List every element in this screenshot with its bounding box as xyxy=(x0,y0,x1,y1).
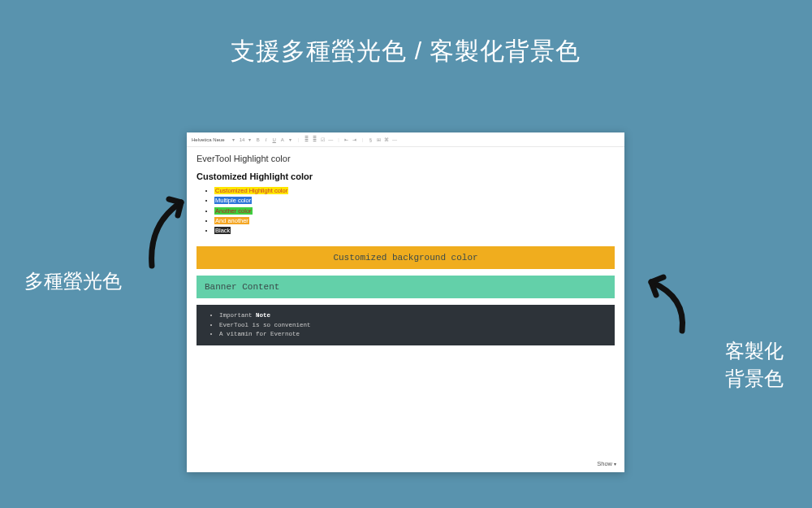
highlighted-text: Black xyxy=(214,227,231,234)
list-item: Important Note xyxy=(219,311,607,320)
dark-note-list: Important NoteEverTool is so convenientA… xyxy=(197,305,615,345)
banner-content: Banner Content xyxy=(197,276,615,298)
link-icon[interactable]: ⌘ xyxy=(384,132,389,147)
more-icon[interactable]: ⋯ xyxy=(392,132,397,147)
bold-icon[interactable]: B xyxy=(256,132,261,147)
show-label: Show xyxy=(597,460,612,467)
color-icon[interactable]: A xyxy=(280,132,285,147)
dropdown-icon[interactable]: ▾ xyxy=(248,132,253,147)
list-item: And another xyxy=(214,216,615,225)
hr-icon[interactable]: — xyxy=(328,132,333,147)
highlight-list: Customized Highlight colorMultiple color… xyxy=(197,186,615,235)
list-item: EverTool is so convenient xyxy=(219,321,607,330)
callout-right-line2: 背景色 xyxy=(725,367,784,389)
arrow-right-icon xyxy=(641,272,690,337)
chevron-down-icon: ▾ xyxy=(614,462,616,467)
outdent-icon[interactable]: ⇤ xyxy=(344,132,349,147)
list-item: Multiple color xyxy=(214,196,615,205)
callout-right-line1: 客製化 xyxy=(725,340,784,362)
font-selector[interactable]: Helvetica Neue xyxy=(192,132,225,147)
highlighted-text: Multiple color xyxy=(214,197,252,204)
banner-customized-bg: Customized background color xyxy=(197,246,615,269)
list-item: Black xyxy=(214,226,615,235)
dropdown-icon[interactable]: ▾ xyxy=(231,132,236,147)
table-icon[interactable]: ⊞ xyxy=(376,132,381,147)
editor-window: Helvetica Neue ▾ 14 ▾ B I U A ▾ | ≣ ≣ ☑ … xyxy=(187,132,624,472)
show-toggle[interactable]: Show▾ xyxy=(597,460,616,467)
font-size[interactable]: 14 xyxy=(240,132,244,147)
list-item: A vitamin for Evernote xyxy=(219,330,607,339)
italic-icon[interactable]: I xyxy=(264,132,269,147)
attachment-icon[interactable]: § xyxy=(368,132,373,147)
section-heading: Customized Highlight color xyxy=(197,172,615,181)
highlighted-text: Another color xyxy=(214,207,253,215)
list-item: Another color xyxy=(214,206,615,215)
highlight-icon[interactable]: ▾ xyxy=(288,132,293,147)
editor-content: EverTool Highlight color Customized High… xyxy=(187,147,624,352)
editor-toolbar: Helvetica Neue ▾ 14 ▾ B I U A ▾ | ≣ ≣ ☑ … xyxy=(187,132,624,147)
numbered-list-icon[interactable]: ≣ xyxy=(312,132,317,147)
underline-icon[interactable]: U xyxy=(272,132,277,147)
highlighted-text: And another xyxy=(214,217,249,224)
indent-icon[interactable]: ⇥ xyxy=(352,132,357,147)
checklist-icon[interactable]: ☑ xyxy=(320,132,325,147)
list-icon[interactable]: ≣ xyxy=(304,132,309,147)
document-title[interactable]: EverTool Highlight color xyxy=(197,154,615,163)
headline: 支援多種螢光色 / 客製化背景色 xyxy=(0,35,812,68)
callout-left: 多種螢光色 xyxy=(24,268,122,294)
callout-right: 客製化 背景色 xyxy=(725,337,784,392)
list-item: Customized Highlight color xyxy=(214,186,615,195)
arrow-left-icon xyxy=(142,191,191,272)
highlighted-text: Customized Highlight color xyxy=(214,187,288,194)
